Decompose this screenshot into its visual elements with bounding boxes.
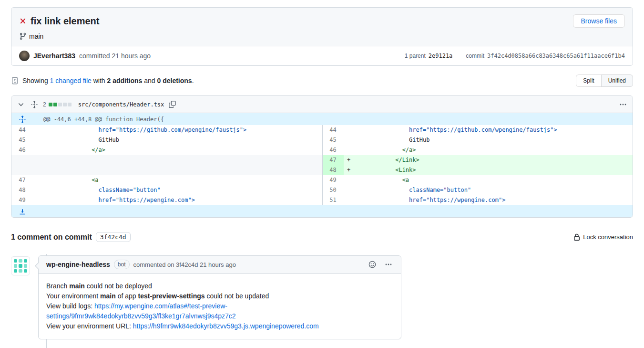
left-line-number[interactable]: 44 [11, 125, 33, 135]
lock-conversation-label: Lock conversation [583, 233, 633, 241]
environment-url-link[interactable]: https://h9fmr9wk84edokyrb8zvv59g3.js.wpe… [133, 322, 319, 330]
commit-header-meta-row: JEverhart383 committed 21 hours ago 1 pa… [11, 46, 633, 65]
diff-stats-text: Showing 1 changed file with 2 additions … [22, 77, 194, 84]
commit-title: fix link element [31, 16, 569, 27]
committed-time: committed 21 hours ago [79, 52, 151, 60]
file-name: src/components/Header.tsx [78, 101, 164, 108]
right-sign [344, 125, 354, 135]
changed-files-link[interactable]: 1 changed file [50, 77, 92, 84]
comment-body: Branch main could not be deployed Your e… [39, 274, 401, 339]
left-line-number[interactable]: 47 [11, 175, 33, 185]
browse-files-button[interactable]: Browse files [573, 14, 625, 28]
comment-line: Branch main could not be deployed [46, 281, 393, 291]
left-sign [33, 165, 43, 175]
commit-sha-chip[interactable]: 3f42c4d [96, 232, 131, 242]
left-code [43, 155, 322, 165]
left-sign [33, 185, 43, 195]
lock-conversation-button[interactable]: Lock conversation [573, 233, 633, 241]
comments-heading-text: 1 comment on commit [11, 233, 92, 242]
branch-name-bold: main [69, 282, 85, 290]
file-header: 2 src/components/Header.tsx [11, 96, 633, 113]
left-line-number[interactable]: 49 [11, 195, 33, 205]
branch-name[interactable]: main [29, 32, 43, 40]
collapse-file-chevron-icon[interactable] [16, 100, 26, 109]
right-line-number[interactable]: 46 [322, 145, 344, 155]
comment-author[interactable]: wp-engine-headless [46, 261, 110, 268]
diff-file-box: 2 src/components/Header.tsx [11, 95, 633, 218]
committer-name[interactable]: JEverhart383 [33, 52, 75, 60]
right-line-number[interactable]: 50 [322, 185, 344, 195]
left-code: <a [43, 175, 322, 185]
hunk-header-row: @@ -44,6 +44,8 @@ function Header({ [11, 113, 633, 125]
bot-badge: bot [114, 260, 130, 269]
left-line-number[interactable]: 46 [11, 145, 33, 155]
failed-check-x-icon[interactable] [19, 17, 27, 25]
comment-row: wp-engine-headless bot commented on 3f42… [11, 255, 633, 339]
comments-section: 1 comment on commit 3f42c4d Lock convers… [11, 232, 633, 339]
expand-all-icon[interactable] [30, 100, 39, 109]
right-line-number[interactable]: 44 [322, 125, 344, 135]
unified-view-button[interactable]: Unified [601, 74, 633, 87]
expand-hunk-up-icon[interactable] [11, 116, 33, 123]
comment-options-kebab-icon[interactable] [384, 260, 393, 269]
left-line-number [11, 165, 33, 175]
split-diff-table: @@ -44,6 +44,8 @@ function Header({ 44 h… [11, 113, 633, 217]
left-sign [33, 125, 43, 135]
diff-toolbar: Showing 1 changed file with 2 additions … [11, 74, 633, 88]
diff-view-toggle: Split Unified [576, 74, 633, 87]
left-line-number[interactable]: 48 [11, 185, 33, 195]
right-code: </a> [354, 145, 633, 155]
commit-shas: 1 parent 2e9121a commit 3f42c4d0858a66c8… [405, 53, 625, 59]
parent-label: 1 parent [405, 53, 426, 59]
right-sign [344, 195, 354, 205]
left-code: href="https://github.com/wpengine/faustj… [43, 125, 322, 135]
left-sign [33, 155, 43, 165]
file-diff-icon [11, 77, 19, 84]
add-reaction-smiley-icon[interactable] [368, 260, 377, 269]
diffstat-square [63, 103, 67, 106]
lock-icon [573, 233, 581, 241]
left-code [43, 165, 322, 175]
right-line-number[interactable]: 51 [322, 195, 344, 205]
right-code: </Link> [354, 155, 633, 165]
right-line-number[interactable]: 47 [322, 155, 344, 165]
comments-heading: 1 comment on commit 3f42c4d Lock convers… [11, 232, 633, 242]
right-sign [344, 135, 354, 145]
right-line-number[interactable]: 45 [322, 135, 344, 145]
right-code: href="https://github.com/wpengine/faustj… [354, 125, 633, 135]
comment-header: wp-engine-headless bot commented on 3f42… [39, 256, 401, 274]
split-view-button[interactable]: Split [576, 74, 601, 87]
expand-down-row [11, 205, 633, 217]
parent-sha-link[interactable]: 2e9121a [429, 53, 453, 59]
comment-line: Your environment main of app test-previe… [46, 291, 393, 301]
comment-line: View your environment URL: https://h9fmr… [46, 321, 393, 331]
diffstat-square [53, 103, 57, 106]
left-code: href="https://wpengine.com"> [43, 195, 322, 205]
commit-sha: 3f42c4d0858a66c83a6348c65a61f11aace6f1b4 [487, 53, 625, 59]
right-sign: + [344, 165, 354, 175]
right-sign [344, 175, 354, 185]
left-sign [33, 175, 43, 185]
bot-avatar[interactable] [11, 256, 30, 275]
right-sign: + [344, 155, 354, 165]
right-code: <Link> [354, 165, 633, 175]
left-line-number[interactable]: 45 [11, 135, 33, 145]
right-sign [344, 145, 354, 155]
left-code: className="button" [43, 185, 322, 195]
diffstat-square [58, 103, 62, 106]
diffstat: 2 [43, 101, 72, 108]
comment-timestamp[interactable]: commented on 3f42c4d 21 hours ago [133, 261, 236, 268]
diffstat-square [49, 103, 52, 106]
expand-down-icon[interactable] [11, 208, 33, 215]
left-sign [33, 135, 43, 145]
hunk-header: @@ -44,6 +44,8 @@ function Header({ [33, 116, 164, 123]
file-options-kebab-icon[interactable] [618, 100, 628, 109]
deletions-count: 0 deletions [157, 77, 192, 84]
right-line-number[interactable]: 48 [322, 165, 344, 175]
additions-count: 2 additions [107, 77, 142, 84]
right-line-number[interactable]: 49 [322, 175, 344, 185]
committer-avatar[interactable] [19, 51, 30, 61]
copy-path-icon[interactable] [168, 100, 177, 109]
env-name-bold: main [100, 292, 116, 300]
left-sign [33, 195, 43, 205]
